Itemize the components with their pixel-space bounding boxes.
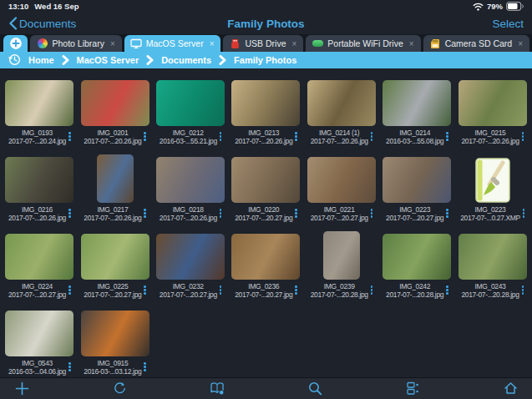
file-more-button[interactable] xyxy=(371,209,373,218)
file-more-button[interactable] xyxy=(446,132,448,141)
home-button[interactable] xyxy=(500,379,520,397)
tab-macos-server[interactable]: MacOS Server × xyxy=(124,35,221,52)
file-thumbnail[interactable] xyxy=(81,234,149,280)
file-more-button[interactable] xyxy=(371,132,373,141)
breadcrumb-item-family-photos[interactable]: Family Photos xyxy=(234,55,296,65)
file-thumbnail[interactable] xyxy=(383,80,451,126)
file-item[interactable]: IMG_0243 2017-07-...20.28.jpg xyxy=(455,224,530,301)
thumb-area xyxy=(474,149,512,203)
file-more-button[interactable] xyxy=(371,285,373,295)
file-item[interactable]: IMG_0214 2016-03-...55.08.jpg xyxy=(379,70,454,147)
file-more-button[interactable] xyxy=(68,209,71,218)
tab-camera-sd-card[interactable]: Camera SD Card × xyxy=(423,35,529,52)
file-more-button[interactable] xyxy=(295,285,297,295)
file-item[interactable]: IMG_0217 2017-07-...20.26.jpg xyxy=(77,147,152,224)
tab-close-icon[interactable]: × xyxy=(518,39,523,48)
breadcrumb-item-documents[interactable]: Documents xyxy=(161,55,211,65)
file-item[interactable]: IMG_0215 2017-07-...20.26.jpg xyxy=(455,70,530,147)
file-thumbnail[interactable] xyxy=(5,157,73,203)
search-button[interactable] xyxy=(305,379,325,397)
file-name: IMG_0218 xyxy=(160,205,217,214)
file-thumbnail[interactable] xyxy=(5,311,73,356)
file-more-button[interactable] xyxy=(522,132,524,141)
file-item[interactable]: IMG_0221 2017-07-...20.27.jpg xyxy=(304,147,379,224)
file-thumbnail[interactable] xyxy=(156,157,225,203)
file-item[interactable]: IMG_0218 2017-07-...20.26.jpg xyxy=(153,147,228,224)
file-name: IMG_0201 xyxy=(84,129,141,137)
file-thumbnail[interactable] xyxy=(474,156,512,203)
tab-close-icon[interactable]: × xyxy=(409,39,414,48)
new-tab-button[interactable] xyxy=(3,35,28,52)
book-button[interactable] xyxy=(207,379,227,397)
file-thumbnail[interactable] xyxy=(459,234,527,280)
add-button[interactable] xyxy=(12,379,32,397)
file-thumbnail[interactable] xyxy=(307,80,376,126)
file-name: IMG_0217 xyxy=(84,205,141,214)
file-more-button[interactable] xyxy=(144,209,146,218)
file-thumbnail[interactable] xyxy=(307,157,376,203)
file-thumbnail[interactable] xyxy=(5,234,73,280)
file-item[interactable]: IMG_0193 2017-07-...20.24.jpg xyxy=(2,70,77,147)
select-button[interactable]: Select xyxy=(492,18,524,30)
file-item[interactable]: IMG_0212 2016-03-...55.21.jpg xyxy=(153,70,228,147)
tab-portable-wifi-drive[interactable]: Portable WiFi Drive × xyxy=(306,35,420,52)
file-more-button[interactable] xyxy=(144,285,146,295)
file-item[interactable]: IMG_0214 (1) 2017-07-...20.26.jpg xyxy=(304,70,379,147)
file-item[interactable]: IMG_0216 2017-07-...20.26.jpg xyxy=(2,147,77,224)
file-thumbnail[interactable] xyxy=(156,234,225,280)
file-more-button[interactable] xyxy=(446,285,448,295)
file-more-button[interactable] xyxy=(295,132,297,141)
sync-button[interactable] xyxy=(109,379,129,397)
file-thumbnail[interactable] xyxy=(323,231,360,280)
file-more-button[interactable] xyxy=(220,209,222,218)
file-item[interactable]: IMG_0239 2017-07-...20.28.jpg xyxy=(304,224,379,301)
back-button[interactable]: Documents xyxy=(8,17,76,30)
file-thumbnail[interactable] xyxy=(231,157,300,203)
file-item[interactable]: IMG_0213 2017-07-...20.26.jpg xyxy=(228,70,303,147)
recents-button[interactable] xyxy=(8,53,21,66)
file-item[interactable]: IMG_0236 2017-07-...20.27.jpg xyxy=(228,224,303,301)
file-thumbnail[interactable] xyxy=(231,80,300,126)
file-more-button[interactable] xyxy=(68,132,71,141)
file-more-button[interactable] xyxy=(220,285,222,295)
file-thumbnail[interactable] xyxy=(383,157,451,203)
file-thumbnail[interactable] xyxy=(97,154,134,203)
file-item[interactable]: IMG_0225 2017-07-...20.27.jpg xyxy=(77,224,152,301)
tab-photo-library[interactable]: Photo Library × xyxy=(30,35,121,52)
file-thumbnail[interactable] xyxy=(156,80,225,126)
breadcrumb-item-home[interactable]: Home xyxy=(28,55,54,65)
tab-close-icon[interactable]: × xyxy=(210,39,215,48)
breadcrumb-item-macos-server[interactable]: MacOS Server xyxy=(77,55,139,65)
file-item[interactable]: IMG_0242 2017-07-...20.28.jpg xyxy=(379,224,454,301)
thumb-area xyxy=(156,149,225,203)
tab-close-icon[interactable]: × xyxy=(110,39,115,48)
file-more-button[interactable] xyxy=(523,209,525,218)
file-thumbnail[interactable] xyxy=(5,80,73,126)
file-more-button[interactable] xyxy=(68,285,71,295)
tab-close-icon[interactable]: × xyxy=(292,39,297,48)
file-thumbnail[interactable] xyxy=(383,234,451,280)
file-item[interactable]: IMG_0224 2017-07-...20.27.jpg xyxy=(2,224,77,301)
file-item[interactable]: IMG_0232 2017-07-...20.27.jpg xyxy=(153,224,228,301)
file-more-button[interactable] xyxy=(68,362,71,371)
file-thumbnail[interactable] xyxy=(459,80,527,126)
file-thumbnail[interactable] xyxy=(231,234,300,280)
file-item[interactable]: IMG_0223 2017-07-...0.27.XMP xyxy=(455,147,530,224)
file-item[interactable]: IMG_0915 2016-03-...03.12.jpg xyxy=(77,301,152,377)
file-more-button[interactable] xyxy=(220,132,222,141)
file-item[interactable]: IMG_0543 2016-03-...04.06.jpg xyxy=(2,301,77,377)
book-icon xyxy=(210,381,225,396)
file-item[interactable]: IMG_0220 2017-07-...20.27.jpg xyxy=(228,147,303,224)
file-more-button[interactable] xyxy=(295,209,297,218)
file-more-button[interactable] xyxy=(144,362,146,371)
file-more-button[interactable] xyxy=(446,209,448,218)
file-more-button[interactable] xyxy=(522,285,524,295)
tab-usb-drive[interactable]: USB Drive × xyxy=(223,35,303,52)
file-item[interactable]: IMG_0201 2017-07-...20.26.jpg xyxy=(77,70,152,147)
file-item[interactable]: IMG_0223 2017-07-...20.27.jpg xyxy=(379,147,454,224)
file-thumbnail[interactable] xyxy=(81,311,149,356)
file-more-button[interactable] xyxy=(144,132,146,141)
status-left: 13:10 Wed 16 Sep xyxy=(8,2,79,11)
view-options-button[interactable] xyxy=(403,379,423,397)
file-thumbnail[interactable] xyxy=(81,80,149,126)
